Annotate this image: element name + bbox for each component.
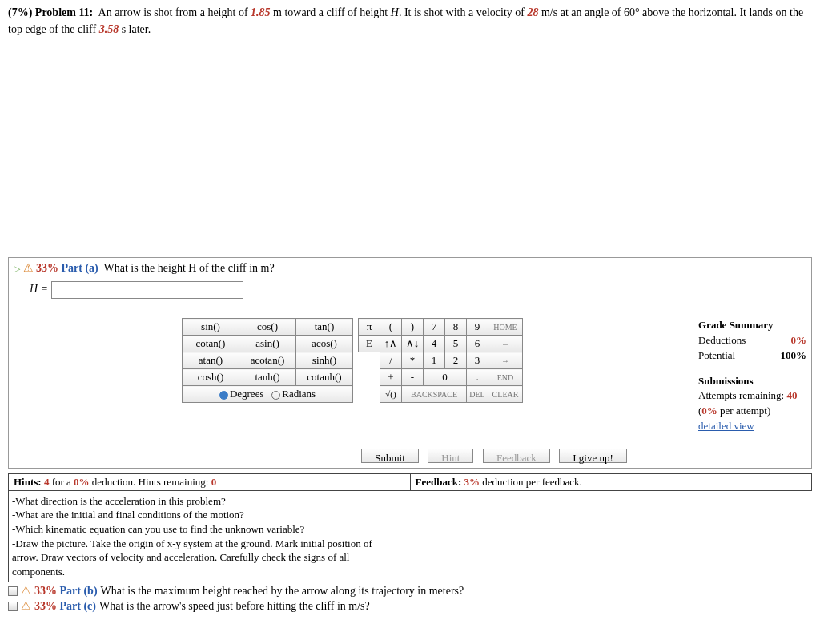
key-acotan[interactable]: acotan() bbox=[239, 352, 296, 369]
key-asin[interactable]: asin() bbox=[239, 336, 296, 352]
hint-item: -What are the initial and final conditio… bbox=[12, 508, 380, 522]
detailed-view-link[interactable]: detailed view bbox=[698, 419, 806, 434]
key-sin[interactable]: sin() bbox=[183, 319, 239, 336]
key-cosh[interactable]: cosh() bbox=[183, 369, 239, 386]
angle-mode: Degrees Radians bbox=[183, 386, 353, 403]
number-pad: π() 789 HOME E↑∧∧↓ 456 ← /* 123 → bbox=[358, 318, 523, 403]
key-sqrt[interactable]: √() bbox=[380, 386, 402, 403]
function-pad: sin()cos()tan() cotan()asin()acos() atan… bbox=[182, 318, 353, 403]
key-minus[interactable]: - bbox=[402, 369, 424, 386]
problem-header: (7%) Problem 11: An arrow is shot from a… bbox=[8, 4, 812, 38]
problem-pct: (7%) bbox=[8, 6, 32, 18]
key-left[interactable]: ← bbox=[488, 336, 523, 352]
hints-left: Hints: 4 for a 0% deduction. Hints remai… bbox=[9, 474, 411, 490]
problem-label: Problem 11: bbox=[35, 6, 93, 18]
eq-label: H = bbox=[30, 283, 48, 295]
hint-list: -What direction is the acceleration in t… bbox=[8, 491, 384, 582]
key-sub[interactable]: ∧↓ bbox=[402, 336, 424, 352]
keypad: sin()cos()tan() cotan()asin()acos() atan… bbox=[182, 318, 523, 403]
hint-item: -Draw the picture. Take the origin of x-… bbox=[12, 537, 380, 579]
expand-icon[interactable] bbox=[8, 602, 18, 611]
key-9[interactable]: 9 bbox=[467, 319, 488, 336]
key-tanh[interactable]: tanh() bbox=[239, 369, 296, 386]
key-cos[interactable]: cos() bbox=[239, 319, 296, 336]
key-del[interactable]: DEL bbox=[467, 386, 488, 403]
key-7[interactable]: 7 bbox=[424, 319, 445, 336]
key-1[interactable]: 1 bbox=[424, 352, 445, 369]
part-a-title: ▷ ⚠ 33% Part (a) What is the height H of… bbox=[14, 261, 806, 275]
grade-summary: Grade Summary Deductions0% Potential100%… bbox=[698, 318, 806, 434]
hint-item: -What direction is the acceleration in t… bbox=[12, 494, 380, 509]
key-e[interactable]: E bbox=[359, 336, 380, 352]
key-8[interactable]: 8 bbox=[445, 319, 467, 336]
key-sup[interactable]: ↑∧ bbox=[380, 336, 402, 352]
key-dot[interactable]: . bbox=[467, 369, 488, 386]
radio-degrees[interactable] bbox=[219, 391, 228, 400]
hints-bar: Hints: 4 for a 0% deduction. Hints remai… bbox=[8, 473, 812, 491]
answer-input[interactable] bbox=[51, 281, 243, 299]
key-lparen[interactable]: ( bbox=[380, 319, 402, 336]
key-div[interactable]: / bbox=[380, 352, 402, 369]
radio-radians[interactable] bbox=[271, 391, 280, 400]
key-5[interactable]: 5 bbox=[445, 336, 467, 352]
giveup-button[interactable]: I give up! bbox=[559, 449, 627, 463]
hint-button[interactable]: Hint bbox=[428, 449, 473, 463]
answer-row: H = bbox=[30, 281, 806, 299]
key-home[interactable]: HOME bbox=[488, 319, 523, 336]
key-backspace[interactable]: BACKSPACE bbox=[402, 386, 467, 403]
warn-icon: ⚠ bbox=[23, 262, 34, 274]
key-end[interactable]: END bbox=[488, 369, 523, 386]
hints-right: Feedback: 3% deduction per feedback. bbox=[411, 474, 812, 490]
key-3[interactable]: 3 bbox=[467, 352, 488, 369]
key-sinh[interactable]: sinh() bbox=[296, 352, 353, 369]
key-6[interactable]: 6 bbox=[467, 336, 488, 352]
hint-item: -Which kinematic equation can you use to… bbox=[12, 522, 380, 537]
key-mul[interactable]: * bbox=[402, 352, 424, 369]
part-b-line: ⚠ 33% Part (b) What is the maximum heigh… bbox=[8, 584, 812, 598]
key-0[interactable]: 0 bbox=[424, 369, 467, 386]
part-c-line: ⚠ 33% Part (c) What is the arrow's speed… bbox=[8, 599, 812, 613]
expand-icon[interactable]: ▷ bbox=[14, 264, 20, 273]
warn-icon: ⚠ bbox=[21, 584, 31, 598]
key-pi[interactable]: π bbox=[359, 319, 380, 336]
submit-button[interactable]: Submit bbox=[361, 449, 419, 463]
key-acos[interactable]: acos() bbox=[296, 336, 353, 352]
part-a-box: ▷ ⚠ 33% Part (a) What is the height H of… bbox=[8, 257, 812, 469]
key-plus[interactable]: + bbox=[380, 369, 402, 386]
key-rparen[interactable]: ) bbox=[402, 319, 424, 336]
key-cotanh[interactable]: cotanh() bbox=[296, 369, 353, 386]
key-clear[interactable]: CLEAR bbox=[488, 386, 523, 403]
key-atan[interactable]: atan() bbox=[183, 352, 239, 369]
expand-icon[interactable] bbox=[8, 586, 18, 596]
key-4[interactable]: 4 bbox=[424, 336, 445, 352]
key-tan[interactable]: tan() bbox=[296, 319, 353, 336]
key-right[interactable]: → bbox=[488, 352, 523, 369]
key-2[interactable]: 2 bbox=[445, 352, 467, 369]
feedback-button[interactable]: Feedback bbox=[483, 449, 550, 463]
warn-icon: ⚠ bbox=[21, 599, 31, 613]
key-cotan[interactable]: cotan() bbox=[183, 336, 239, 352]
action-row: Submit Hint Feedback I give up! bbox=[182, 449, 806, 465]
